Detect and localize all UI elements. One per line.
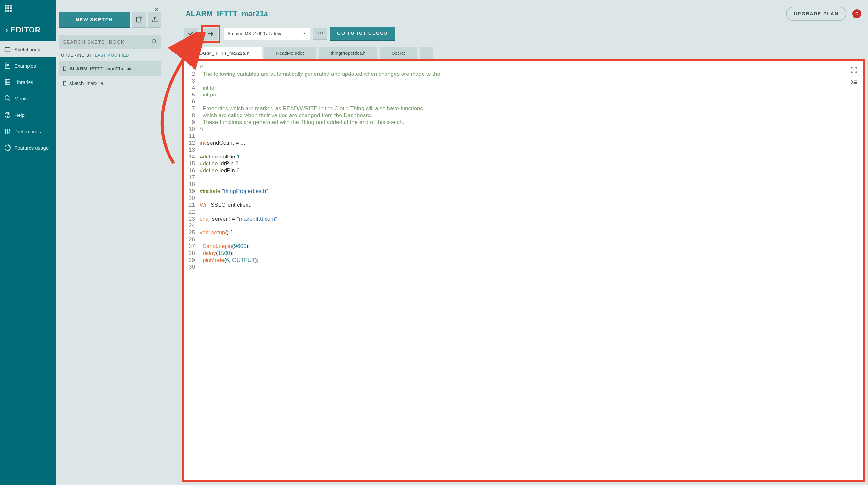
new-sketch-button[interactable]: NEW SKETCH	[59, 12, 130, 28]
nav-item-preferences[interactable]: Preferences	[0, 123, 56, 139]
svg-line-18	[8, 99, 10, 101]
svg-point-24	[5, 130, 6, 131]
upload-button[interactable]	[204, 28, 218, 40]
svg-rect-28	[137, 18, 141, 22]
svg-rect-2	[10, 5, 11, 6]
svg-point-26	[9, 129, 10, 131]
svg-rect-7	[7, 10, 9, 11]
svg-point-33	[318, 32, 319, 34]
ordering-label: ORDERING BY LAST MODIFIED	[59, 53, 161, 61]
chevron-down-icon	[302, 32, 306, 36]
export-button[interactable]	[148, 12, 161, 28]
code-editor[interactable]: 1234567891011121314151617181920212223242…	[182, 59, 865, 482]
board-selector[interactable]: Arduino MKR1000 at /dev/…	[223, 28, 310, 40]
go-to-iot-cloud-button[interactable]: GO TO IOT CLOUD	[331, 27, 395, 41]
upload-highlight	[201, 25, 220, 42]
search-input[interactable]	[63, 39, 151, 45]
sketchbook-panel: ✕ NEW SKETCH ORDERING BY LAST MODIFIED A…	[56, 0, 164, 485]
nav-item-examples[interactable]: Examples	[0, 57, 56, 74]
editor-title: EDITOR	[0, 20, 56, 41]
more-options-button[interactable]	[313, 28, 327, 40]
svg-point-20	[7, 116, 7, 116]
tabs-more-button[interactable]	[420, 47, 433, 59]
file-icon	[62, 66, 67, 71]
svg-point-25	[7, 132, 8, 133]
cloud-icon	[127, 66, 132, 71]
sketch-item[interactable]: ALARM_IFTTT_mar21a	[59, 61, 161, 76]
svg-rect-0	[5, 5, 6, 6]
svg-rect-5	[10, 7, 11, 9]
svg-rect-4	[7, 7, 9, 9]
main-area: ALARM_IFTTT_mar21a UPGRADE PLAN D Arduin…	[164, 0, 868, 485]
chevron-down-icon	[424, 51, 428, 55]
ellipsis-icon	[317, 30, 324, 37]
nav-item-libraries[interactable]: Libraries	[0, 74, 56, 90]
svg-rect-3	[5, 7, 6, 9]
check-icon	[187, 30, 195, 37]
search-sketchbook[interactable]	[59, 35, 161, 49]
sketch-item[interactable]: sketch_mar21a	[59, 76, 161, 91]
tab[interactable]: ALARM_IFTTT_mar21a.in	[184, 47, 261, 59]
nav-item-help[interactable]: Help	[0, 107, 56, 123]
line-numbers: 1234567891011121314151617181920212223242…	[184, 61, 197, 480]
user-avatar[interactable]: D	[852, 9, 862, 18]
close-panel-button[interactable]: ✕	[154, 6, 159, 13]
fullscreen-button[interactable]	[850, 66, 858, 74]
arrow-right-icon	[207, 30, 214, 37]
serial-monitor-button[interactable]	[850, 78, 858, 87]
nav-item-features-usage[interactable]: Features usage	[0, 139, 56, 156]
nav-item-sketchbook[interactable]: Sketchbook	[0, 41, 56, 57]
search-icon	[151, 39, 157, 45]
apps-menu-button[interactable]	[0, 0, 17, 17]
svg-point-17	[5, 96, 9, 100]
svg-marker-36	[425, 53, 427, 54]
file-icon	[62, 81, 67, 86]
nav-item-monitor[interactable]: Monitor	[0, 90, 56, 107]
svg-rect-13	[5, 80, 10, 85]
serial-monitor-icon	[850, 78, 858, 87]
svg-point-29	[152, 39, 156, 43]
project-title[interactable]: ALARM_IFTTT_mar21a	[170, 9, 786, 18]
upgrade-plan-button[interactable]: UPGRADE PLAN	[786, 6, 846, 21]
svg-rect-1	[7, 5, 9, 6]
tab[interactable]: Secret	[380, 47, 416, 59]
code-content[interactable]: /* The following variables are automatic…	[197, 61, 863, 480]
ordering-toggle[interactable]: LAST MODIFIED	[95, 53, 129, 58]
import-button[interactable]	[132, 12, 146, 28]
fullscreen-icon	[850, 66, 858, 74]
svg-rect-8	[10, 10, 11, 11]
svg-line-30	[155, 42, 156, 44]
svg-point-34	[319, 32, 321, 34]
tab[interactable]: ReadMe.adoc	[264, 47, 316, 59]
svg-point-35	[322, 32, 323, 34]
svg-marker-32	[303, 33, 305, 35]
tab[interactable]: thingProperties.h	[319, 47, 377, 59]
sidebar: EDITOR SketchbookExamplesLibrariesMonito…	[0, 0, 56, 485]
verify-button[interactable]	[184, 28, 198, 40]
svg-rect-6	[5, 10, 6, 11]
